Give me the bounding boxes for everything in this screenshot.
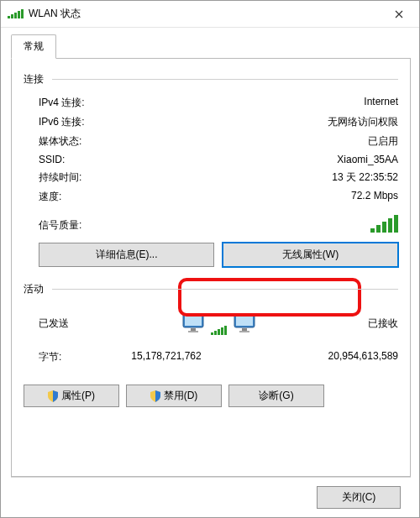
svg-rect-5 [236, 316, 253, 326]
svg-rect-3 [188, 331, 198, 332]
ipv6-label: IPv6 连接: [39, 115, 85, 129]
monitor-recv-icon [228, 311, 257, 335]
received-label: 已接收 [281, 317, 398, 331]
activity-group-label: 活动 [24, 282, 398, 296]
svg-rect-7 [239, 331, 249, 332]
disable-button[interactable]: 禁用(D) [126, 385, 222, 407]
properties-button[interactable]: 属性(P) [24, 385, 119, 407]
activity-signal-icon [211, 326, 227, 335]
bytes-recv-value: 20,954,613,589 [244, 350, 398, 364]
svg-rect-1 [185, 316, 202, 326]
ipv4-value: Internet [364, 96, 398, 110]
speed-label: 速度: [39, 190, 61, 204]
ssid-value: Xiaomi_35AA [337, 154, 398, 165]
window-title: WLAN 状态 [29, 7, 81, 21]
dialog-footer: 关闭(C) [11, 477, 411, 517]
media-state-value: 已启用 [368, 134, 398, 149]
shield-icon [150, 390, 160, 402]
ssid-label: SSID: [39, 154, 65, 165]
tab-panel-general: 连接 IPv4 连接:Internet IPv6 连接:无网络访问权限 媒体状态… [11, 59, 411, 477]
svg-rect-2 [191, 328, 196, 331]
close-icon [395, 10, 403, 18]
close-button[interactable]: 关闭(C) [317, 486, 401, 509]
shield-icon [48, 390, 58, 402]
titlebar: WLAN 状态 [1, 1, 419, 28]
activity-icon [181, 311, 257, 335]
signal-quality-label: 信号质量: [39, 218, 81, 233]
connection-group-label: 连接 [24, 72, 398, 86]
monitor-sent-icon [181, 311, 209, 335]
wireless-properties-button[interactable]: 无线属性(W) [223, 243, 398, 267]
diagnose-button[interactable]: 诊断(G) [228, 385, 324, 407]
sent-label: 已发送 [39, 317, 156, 331]
signal-quality-icon [370, 215, 398, 233]
tabs: 常规 [11, 34, 411, 59]
bytes-sent-value: 15,178,721,762 [89, 350, 244, 364]
tab-general[interactable]: 常规 [11, 34, 56, 59]
ipv4-label: IPv4 连接: [39, 96, 85, 110]
wifi-signal-icon [8, 9, 24, 18]
svg-rect-6 [242, 328, 247, 331]
bytes-label: 字节: [39, 350, 89, 364]
duration-value: 13 天 22:35:52 [332, 170, 398, 185]
media-state-label: 媒体状态: [39, 134, 81, 149]
duration-label: 持续时间: [39, 170, 81, 185]
speed-value: 72.2 Mbps [351, 190, 398, 204]
details-button[interactable]: 详细信息(E)... [39, 243, 214, 267]
ipv6-value: 无网络访问权限 [328, 115, 398, 129]
close-window-button[interactable] [382, 3, 416, 26]
wlan-status-window: WLAN 状态 常规 连接 IPv4 连接:Internet IPv6 连接:无… [0, 0, 420, 518]
